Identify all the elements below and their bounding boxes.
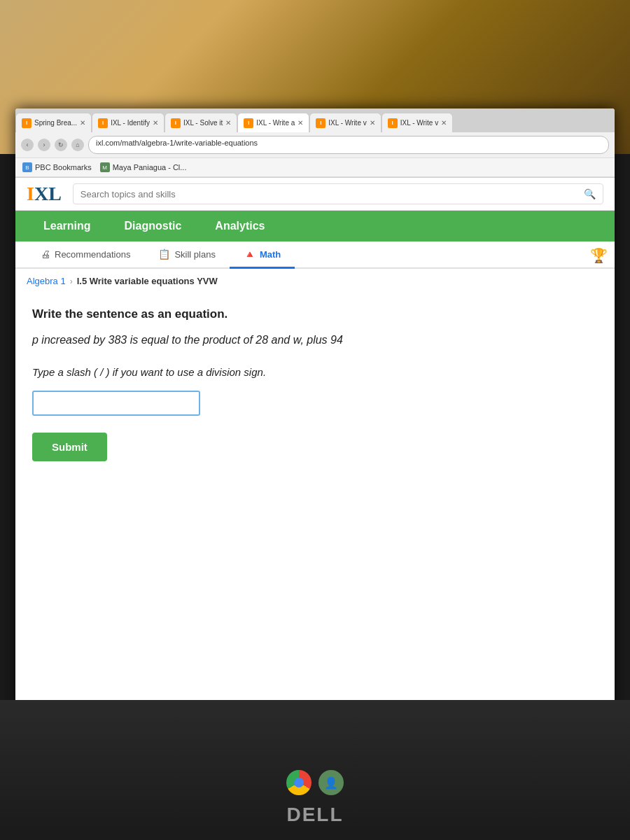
back-button[interactable]: ‹	[21, 139, 34, 151]
address-bar-row: ‹ › ↻ ⌂ ixl.com/math/algebra-1/write-var…	[15, 132, 615, 158]
tab-solve[interactable]: I IXL - Solve it ✕	[164, 113, 237, 132]
tab-identify[interactable]: I IXL - Identify ✕	[92, 113, 164, 132]
ixl-main-nav: Learning Diagnostic Analytics	[15, 211, 615, 241]
tab-close-solve[interactable]: ✕	[225, 119, 231, 127]
ixl-content: IXL 🔍 Learning Diagnostic Analytics �	[15, 178, 615, 724]
tab-icon-write2: I	[316, 118, 326, 128]
chrome-icon	[286, 770, 312, 795]
tab-label-write-active: IXL - Write a	[256, 119, 295, 127]
tab-close-write-active[interactable]: ✕	[298, 119, 303, 127]
tab-icon-solve: I	[171, 118, 181, 128]
sub-nav-recommendations-label: Recommendations	[55, 249, 130, 260]
tab-label-write2: IXL - Write v	[328, 119, 366, 127]
question-instruction: Write the sentence as an equation.	[32, 307, 598, 321]
bookmark-maya-label: Maya Paniagua - Cl...	[113, 163, 187, 172]
answer-input[interactable]	[32, 391, 200, 416]
browser-chrome: I Spring Brea... ✕ I IXL - Identify ✕ I …	[15, 108, 615, 178]
submit-label: Submit	[52, 441, 88, 453]
breadcrumb: Algebra 1 › I.5 Write variable equations…	[15, 269, 615, 293]
bookmark-pbc[interactable]: B PBC Bookmarks	[22, 162, 92, 172]
laptop-bottom: 👤 DELL	[0, 700, 630, 840]
ixl-logo-xl: XL	[34, 183, 62, 204]
breadcrumb-current: I.5 Write variable equations YVW	[77, 276, 218, 286]
nav-label-diagnostic: Diagnostic	[125, 220, 182, 232]
sub-nav-skill-plans[interactable]: 📋 Skill plans	[144, 241, 230, 269]
tab-label-solve: IXL - Solve it	[183, 119, 223, 127]
refresh-button[interactable]: ↻	[55, 139, 67, 151]
tab-label-write3: IXL - Write v	[400, 119, 438, 127]
tab-icon-spring: I	[22, 118, 31, 128]
sub-nav-wrapper: 🖨 Recommendations 📋 Skill plans 🔺 Math 🏆	[15, 241, 615, 269]
tab-icon-write3: I	[388, 118, 398, 128]
main-content: Write the sentence as an equation. p inc…	[15, 293, 615, 475]
breadcrumb-separator: ›	[70, 276, 73, 286]
bookmark-pbc-label: PBC Bookmarks	[35, 163, 92, 172]
search-bar[interactable]: 🔍	[73, 183, 603, 204]
tab-spring[interactable]: I Spring Brea... ✕	[15, 113, 92, 132]
address-text: ixl.com/math/algebra-1/write-variable-eq…	[96, 139, 258, 147]
search-input[interactable]	[80, 189, 578, 200]
submit-button[interactable]: Submit	[32, 433, 107, 461]
nav-item-learning[interactable]: Learning	[27, 211, 108, 241]
user-icon: 👤	[318, 770, 344, 795]
tab-label-spring: Spring Brea...	[34, 119, 77, 127]
sub-nav-math[interactable]: 🔺 Math	[230, 241, 295, 269]
taskbar-icons: 👤	[286, 770, 344, 795]
forward-button[interactable]: ›	[38, 139, 50, 151]
screen: I Spring Brea... ✕ I IXL - Identify ✕ I …	[15, 108, 615, 724]
tab-close-write3[interactable]: ✕	[441, 119, 447, 127]
recommendations-icon: 🖨	[41, 248, 50, 260]
tab-write2[interactable]: I IXL - Write v ✕	[309, 113, 381, 132]
tab-icon-identify: I	[98, 118, 108, 128]
ixl-logo-i: I	[27, 183, 34, 204]
tab-label-identify: IXL - Identify	[111, 119, 150, 127]
sub-nav-recommendations[interactable]: 🖨 Recommendations	[27, 241, 144, 269]
sub-nav-skill-plans-label: Skill plans	[174, 249, 216, 260]
tab-close-spring[interactable]: ✕	[80, 119, 85, 127]
nav-item-analytics[interactable]: Analytics	[198, 211, 281, 241]
search-icon: 🔍	[584, 188, 596, 200]
breadcrumb-parent[interactable]: Algebra 1	[27, 276, 66, 286]
ixl-header: IXL 🔍	[15, 178, 615, 211]
sub-nav-math-label: Math	[260, 249, 281, 260]
bookmark-pbc-icon: B	[22, 162, 32, 172]
skill-plans-icon: 📋	[158, 248, 170, 260]
home-button[interactable]: ⌂	[71, 139, 84, 151]
nav-label-analytics: Analytics	[215, 220, 265, 232]
question-text: p increased by 383 is equal to the produ…	[32, 331, 598, 349]
tab-close-write2[interactable]: ✕	[370, 119, 375, 127]
trophy-icon: 🏆	[590, 247, 608, 264]
bookmark-maya-icon: M	[100, 162, 110, 172]
dell-logo: DELL	[286, 804, 343, 826]
dell-logo-area: 👤 DELL	[286, 770, 344, 826]
tab-write3[interactable]: I IXL - Write v ✕	[382, 113, 453, 132]
tabs-bar: I Spring Brea... ✕ I IXL - Identify ✕ I …	[15, 108, 615, 132]
tab-icon-write-active: I	[244, 118, 253, 128]
hint-text: Type a slash ( / ) if you want to use a …	[32, 366, 598, 378]
math-icon: 🔺	[244, 248, 255, 260]
nav-item-diagnostic[interactable]: Diagnostic	[108, 211, 199, 241]
bookmarks-bar: B PBC Bookmarks M Maya Paniagua - Cl...	[15, 158, 615, 177]
address-input[interactable]: ixl.com/math/algebra-1/write-variable-eq…	[88, 136, 609, 154]
bookmark-maya[interactable]: M Maya Paniagua - Cl...	[100, 162, 187, 172]
ixl-logo: IXL	[27, 184, 62, 204]
nav-label-learning: Learning	[43, 220, 91, 232]
tab-close-identify[interactable]: ✕	[153, 119, 158, 127]
sub-nav: 🖨 Recommendations 📋 Skill plans 🔺 Math	[15, 241, 615, 269]
tab-write-active[interactable]: I IXL - Write a ✕	[237, 113, 309, 132]
